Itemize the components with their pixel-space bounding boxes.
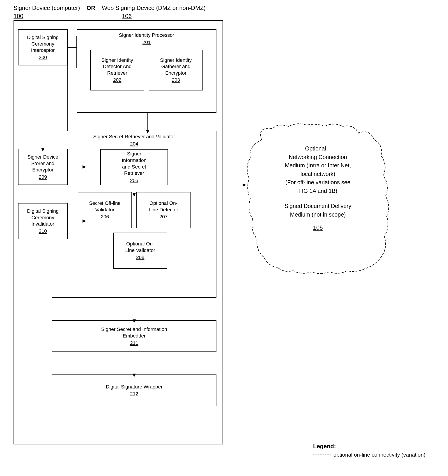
ssrv-num: 204	[130, 141, 138, 147]
ssie-num: 211	[130, 340, 138, 346]
sofv-label: Secret Off-line Validator	[89, 200, 121, 213]
cloud-line3: Medium (Intra or Inter Net,	[262, 161, 374, 170]
sip-num: 201	[142, 40, 151, 45]
cloud-text: Optional – Networking Connection Medium …	[262, 144, 374, 232]
dsci-box: Digital Signing Ceremony Interceptor 200	[18, 29, 68, 65]
sige-label: Signer Identity Gatherer and Encryptor	[160, 57, 192, 76]
cloud-line1: Optional –	[262, 144, 374, 153]
oold-num: 207	[159, 214, 168, 220]
dsw-num: 212	[130, 391, 138, 397]
header-device-label: Signer Device (computer) OR Web Signing …	[14, 5, 206, 11]
sofv-box: Secret Off-line Validator 206	[78, 192, 132, 228]
dsci-label: Digital Signing Ceremony Interceptor	[27, 34, 59, 54]
oold-label: Optional On- Line Detector	[149, 200, 178, 213]
siasr-label: Signer Information and Secret Retriever	[122, 151, 146, 176]
sige-box: Signer Identity Gatherer and Encryptor 2…	[149, 50, 203, 91]
cloud-line6: FIG 1A and 1B)	[262, 187, 374, 195]
header-numbers: 100 106	[14, 13, 132, 20]
dsci-num: 200	[39, 55, 47, 61]
num-100: 100	[14, 13, 23, 19]
cloud-container: Optional – Networking Connection Medium …	[243, 122, 392, 280]
legend-dashed-icon	[313, 454, 331, 455]
cloud-line4: local network)	[262, 170, 374, 178]
sip-box: Signer Identity Processor 201 Signer Ide…	[77, 29, 216, 113]
siasr-box: Signer Information and Secret Retriever …	[100, 149, 168, 185]
dsw-box: Digital Signature Wrapper 212	[52, 374, 216, 406]
ssie-box: Signer Secret and Information Embedder 2…	[52, 320, 216, 352]
legend-title: Legend:	[313, 443, 426, 450]
dsciv-label: Digital Signing Ceremony Invalidator	[27, 208, 59, 227]
oolv-box: Optional On- Line Validator 208	[113, 232, 167, 269]
sip-label: Signer Identity Processor	[119, 32, 174, 39]
sidar-num: 202	[113, 77, 122, 83]
num-106: 106	[122, 13, 132, 19]
cloud-line2: Networking Connection	[262, 153, 374, 162]
oold-box: Optional On- Line Detector 207	[136, 192, 190, 228]
sidar-box: Signer Identity Detector And Retriever 2…	[90, 50, 144, 91]
sidar-label: Signer Identity Detector And Retriever	[101, 57, 133, 76]
page: Signer Device (computer) OR Web Signing …	[0, 0, 448, 476]
cloud-line9: Medium (not in scope)	[262, 210, 374, 219]
legend-dashed-label: optional on-line connectivity (variation…	[333, 452, 426, 458]
siasr-num: 205	[130, 177, 138, 183]
ssrv-label: Signer Secret Retriever and Validator	[93, 134, 175, 140]
ssie-label: Signer Secret and Information Embedder	[101, 326, 167, 339]
ssrv-box: Signer Secret Retriever and Validator 20…	[52, 131, 216, 298]
dsw-label: Digital Signature Wrapper	[106, 384, 162, 390]
sdse-box: Signer Device Storer and Encryptor 209	[18, 149, 68, 185]
sdse-label: Signer Device Storer and Encryptor	[28, 154, 58, 173]
web-signing-label: Web Signing Device (DMZ or non-DMZ)	[102, 5, 206, 11]
cloud-num: 105	[262, 223, 374, 232]
legend-row: optional on-line connectivity (variation…	[313, 452, 426, 458]
dsciv-num: 210	[39, 228, 47, 234]
legend: Legend: optional on-line connectivity (v…	[313, 443, 426, 458]
cloud-line5: (For off-line variations see	[262, 178, 374, 187]
oolv-num: 208	[136, 255, 145, 260]
sdse-num: 209	[39, 174, 47, 180]
sige-num: 203	[172, 77, 180, 83]
or-label: OR	[87, 5, 95, 11]
oolv-label: Optional On- Line Validator	[125, 241, 155, 254]
sofv-num: 206	[101, 214, 109, 220]
signer-device-label: Signer Device (computer)	[14, 5, 80, 11]
cloud-line8: Signed Document Delivery	[262, 202, 374, 210]
dsciv-box: Digital Signing Ceremony Invalidator 210	[18, 203, 68, 239]
